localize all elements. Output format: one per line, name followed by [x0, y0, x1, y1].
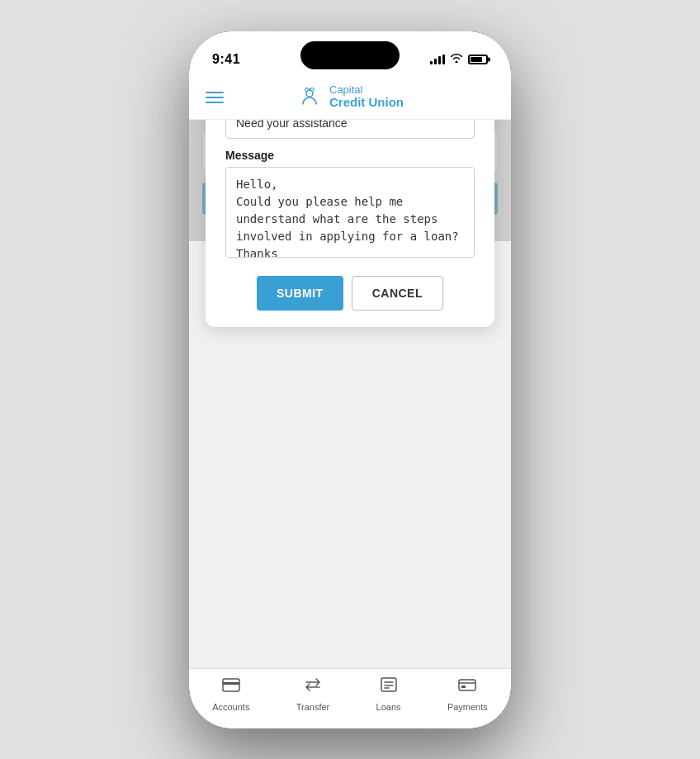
payments-label: Payments: [447, 702, 488, 712]
wifi-icon: [450, 53, 463, 65]
logo-area: Capital Credit Union: [296, 84, 404, 111]
svg-rect-5: [381, 678, 396, 691]
loans-label: Loans: [376, 702, 401, 712]
modal-buttons: SUBMIT CANCEL: [225, 276, 475, 311]
status-icons: [430, 53, 488, 65]
message-label: Message: [225, 149, 475, 162]
logo-credit-union: Credit Union: [329, 96, 404, 110]
svg-rect-4: [223, 682, 239, 685]
loans-icon: [379, 676, 399, 699]
transfer-icon: [303, 676, 323, 699]
svg-point-0: [306, 90, 313, 97]
nav-accounts[interactable]: Accounts: [212, 676, 249, 712]
battery-icon: [468, 55, 488, 64]
subject-input[interactable]: [225, 120, 475, 140]
nav-loans[interactable]: Loans: [376, 676, 401, 712]
svg-rect-9: [459, 680, 475, 690]
nav-transfer[interactable]: Transfer: [296, 676, 330, 712]
status-bar: 9:41: [189, 31, 511, 76]
signal-bars-icon: [430, 55, 445, 64]
content-area: Search... YOU HAVE NO MESSAGES: [189, 120, 511, 668]
submit-button[interactable]: SUBMIT: [257, 276, 343, 311]
main-content: Search... YOU HAVE NO MESSAGES: [189, 120, 511, 241]
compose-modal: × Compose New Message Subject Message He…: [206, 120, 494, 328]
dynamic-island: [300, 41, 400, 69]
logo-capital: Capital: [329, 84, 404, 96]
accounts-label: Accounts: [212, 702, 249, 712]
svg-rect-11: [461, 685, 466, 688]
phone-frame: 9:41: [189, 31, 511, 728]
hamburger-menu-icon[interactable]: [206, 92, 224, 103]
bottom-nav: Accounts Transfer: [189, 668, 511, 728]
accounts-icon: [221, 676, 241, 699]
transfer-label: Transfer: [296, 702, 330, 712]
logo-icon: [296, 84, 323, 111]
payments-icon: [457, 676, 477, 699]
logo-text: Capital Credit Union: [329, 84, 404, 110]
message-textarea[interactable]: Hello, Could you please help me understa…: [225, 167, 475, 258]
cancel-button[interactable]: CANCEL: [352, 276, 443, 311]
modal-overlay: × Compose New Message Subject Message He…: [189, 120, 511, 241]
svg-rect-3: [223, 679, 239, 691]
nav-payments[interactable]: Payments: [447, 676, 488, 712]
status-time: 9:41: [212, 52, 240, 67]
phone-screen: 9:41: [189, 31, 511, 728]
app-header: Capital Credit Union: [189, 76, 511, 120]
